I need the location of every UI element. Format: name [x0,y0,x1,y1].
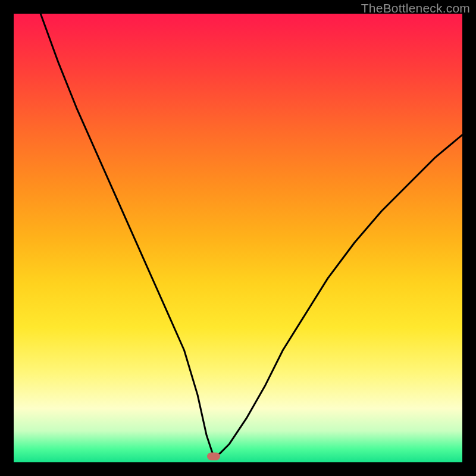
optimal-marker [207,453,220,461]
bottleneck-curve [14,14,462,462]
outer-frame: TheBottleneck.com [0,0,476,476]
watermark-text: TheBottleneck.com [361,1,470,15]
plot-area [14,14,462,462]
